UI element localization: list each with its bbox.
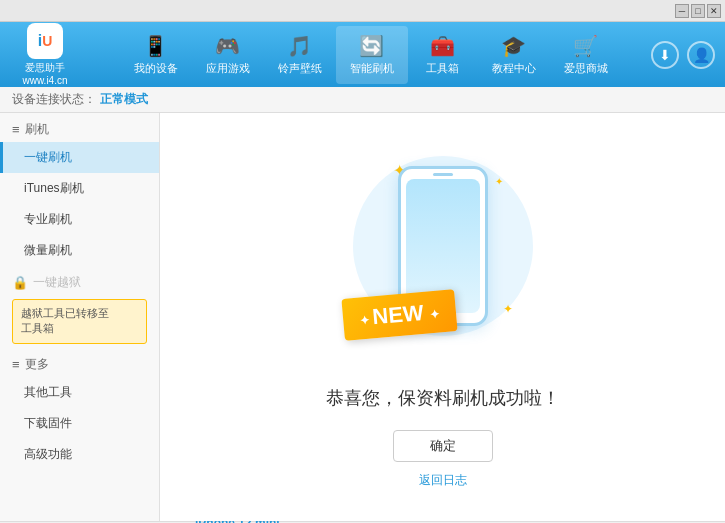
minimize-button[interactable]: ─ [675, 4, 689, 18]
apps-games-icon: 🎮 [215, 34, 240, 58]
content-area: ✦ ✦ ✦ NEW 恭喜您，保资料刷机成功啦！ 确定 返回日志 [160, 113, 725, 521]
user-button[interactable]: 👤 [687, 41, 715, 69]
flash-section-label: 刷机 [25, 121, 49, 138]
title-bar: ─ □ ✕ [0, 0, 725, 22]
nav-items: 📱 我的设备 🎮 应用游戏 🎵 铃声壁纸 🔄 智能刷机 🧰 工具箱 🎓 教程中心… [90, 26, 651, 84]
jailbreak-section-label: 一键越狱 [33, 274, 81, 291]
sidebar-item-download-firmware[interactable]: 下载固件 [0, 408, 159, 439]
nav-bar: iU 爱思助手 www.i4.cn 📱 我的设备 🎮 应用游戏 🎵 铃声壁纸 🔄… [0, 22, 725, 87]
sidebar-flash-header: ≡ 刷机 [0, 113, 159, 142]
toolbox-icon: 🧰 [430, 34, 455, 58]
confirm-button[interactable]: 确定 [393, 430, 493, 462]
my-device-label: 我的设备 [134, 61, 178, 76]
nav-smart-flash[interactable]: 🔄 智能刷机 [336, 26, 408, 84]
ringtone-wallpaper-icon: 🎵 [287, 34, 312, 58]
sidebar: ≡ 刷机 一键刷机 iTunes刷机 专业刷机 微量刷机 🔒 一键越狱 越狱工具… [0, 113, 160, 521]
hero-illustration: ✦ ✦ ✦ NEW [333, 146, 553, 366]
mall-icon: 🛒 [573, 34, 598, 58]
star-decoration-2: ✦ [495, 176, 503, 187]
phone-speaker [433, 173, 453, 176]
more-section-label: 更多 [25, 356, 49, 373]
sidebar-item-one-key-flash[interactable]: 一键刷机 [0, 142, 159, 173]
main-container: ≡ 刷机 一键刷机 iTunes刷机 专业刷机 微量刷机 🔒 一键越狱 越狱工具… [0, 113, 725, 521]
my-device-icon: 📱 [143, 34, 168, 58]
tutorial-icon: 🎓 [501, 34, 526, 58]
hero-title: 恭喜您，保资料刷机成功啦！ [326, 386, 560, 410]
mall-label: 爱思商城 [564, 61, 608, 76]
status-bar: 设备连接状态： 正常模式 [0, 87, 725, 113]
sidebar-item-other-tools[interactable]: 其他工具 [0, 377, 159, 408]
logo-text: 爱思助手 www.i4.cn [22, 61, 67, 86]
nav-mall[interactable]: 🛒 爱思商城 [550, 26, 622, 84]
apps-games-label: 应用游戏 [206, 61, 250, 76]
logo-icon: iU [27, 23, 63, 59]
status-value: 正常模式 [100, 91, 148, 108]
smart-flash-icon: 🔄 [359, 34, 384, 58]
sidebar-item-pro-flash[interactable]: 专业刷机 [0, 204, 159, 235]
window-controls: ─ □ ✕ [675, 4, 721, 18]
download-button[interactable]: ⬇ [651, 41, 679, 69]
nav-tutorial[interactable]: 🎓 教程中心 [478, 26, 550, 84]
sidebar-item-itunes-flash[interactable]: iTunes刷机 [0, 173, 159, 204]
jailbreak-lock-icon: 🔒 [12, 275, 28, 290]
sidebar-jailbreak-header: 🔒 一键越狱 [0, 266, 159, 295]
app-logo: iU 爱思助手 www.i4.cn [10, 23, 80, 86]
more-section-icon: ≡ [12, 357, 20, 372]
tutorial-label: 教程中心 [492, 61, 536, 76]
restore-button[interactable]: □ [691, 4, 705, 18]
nav-my-device[interactable]: 📱 我的设备 [120, 26, 192, 84]
sidebar-item-advanced-features[interactable]: 高级功能 [0, 439, 159, 470]
jailbreak-note: 越狱工具已转移至工具箱 [12, 299, 147, 344]
sidebar-item-micro-flash[interactable]: 微量刷机 [0, 235, 159, 266]
sidebar-more-header: ≡ 更多 [0, 348, 159, 377]
status-label: 设备连接状态： [12, 91, 96, 108]
nav-toolbox[interactable]: 🧰 工具箱 [408, 26, 478, 84]
smart-flash-label: 智能刷机 [350, 61, 394, 76]
nav-right-buttons: ⬇ 👤 [651, 41, 715, 69]
back-home-link[interactable]: 返回日志 [419, 472, 467, 489]
toolbox-label: 工具箱 [426, 61, 459, 76]
flash-section-icon: ≡ [12, 122, 20, 137]
close-button[interactable]: ✕ [707, 4, 721, 18]
star-decoration-3: ✦ [503, 302, 513, 316]
nav-ringtone-wallpaper[interactable]: 🎵 铃声壁纸 [264, 26, 336, 84]
ringtone-wallpaper-label: 铃声壁纸 [278, 61, 322, 76]
nav-apps-games[interactable]: 🎮 应用游戏 [192, 26, 264, 84]
